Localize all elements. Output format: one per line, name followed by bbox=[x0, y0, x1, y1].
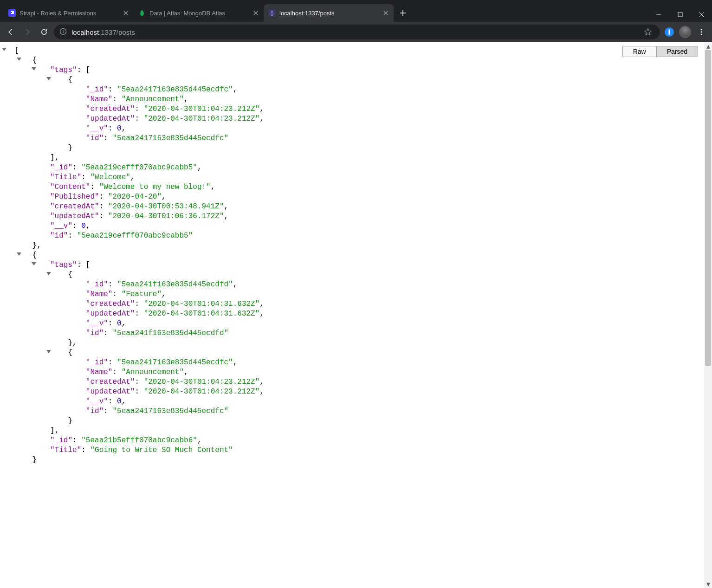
bookmark-star-icon[interactable] bbox=[641, 26, 654, 39]
address-bar[interactable]: localhost:1337/posts bbox=[54, 25, 660, 39]
tab-title: localhost:1337/posts bbox=[279, 10, 379, 17]
svg-point-7 bbox=[701, 29, 702, 31]
json-tree[interactable]: [ { "tags": [ { "_id": "5eaa2417163e835d… bbox=[0, 42, 712, 479]
svg-point-9 bbox=[701, 34, 702, 35]
mongo-icon bbox=[138, 9, 146, 17]
tab-localhost-posts[interactable]: {} localhost:1337/posts bbox=[264, 4, 394, 22]
extension-1password-icon[interactable] bbox=[663, 26, 676, 39]
tab-strip: Strapi - Roles & Permissions Data | Atla… bbox=[0, 4, 412, 22]
url-text: localhost:1337/posts bbox=[71, 28, 637, 36]
tab-mongo-atlas[interactable]: Data | Atlas: MongoDB Atlas bbox=[134, 4, 264, 22]
maximize-button[interactable] bbox=[669, 7, 691, 22]
tab-title: Strapi - Roles & Permissions bbox=[19, 10, 119, 17]
close-icon[interactable] bbox=[382, 10, 389, 16]
vertical-scrollbar[interactable]: ▴ ▾ bbox=[704, 42, 712, 588]
forward-button[interactable] bbox=[20, 25, 34, 39]
page-viewport: Raw Parsed [ { "tags": [ { "_id": "5eaa2… bbox=[0, 42, 712, 588]
scroll-down-button[interactable]: ▾ bbox=[704, 580, 712, 588]
json-icon: {} bbox=[268, 9, 276, 17]
back-button[interactable] bbox=[4, 25, 18, 39]
browser-menu-button[interactable] bbox=[694, 25, 708, 39]
strapi-icon bbox=[8, 9, 16, 17]
reload-button[interactable] bbox=[37, 25, 51, 39]
tab-title: Data | Atlas: MongoDB Atlas bbox=[149, 10, 249, 17]
window-controls bbox=[648, 7, 712, 22]
svg-rect-3 bbox=[678, 13, 682, 17]
browser-toolbar: localhost:1337/posts bbox=[0, 22, 712, 42]
new-tab-button[interactable] bbox=[396, 6, 409, 19]
scroll-thumb[interactable] bbox=[705, 50, 711, 366]
profile-avatar[interactable] bbox=[679, 26, 692, 39]
svg-point-8 bbox=[701, 32, 702, 33]
svg-text:{}: {} bbox=[271, 11, 274, 16]
tab-strapi-roles[interactable]: Strapi - Roles & Permissions bbox=[4, 4, 134, 22]
scroll-up-button[interactable]: ▴ bbox=[704, 42, 712, 50]
site-info-icon[interactable] bbox=[59, 28, 67, 37]
close-window-button[interactable] bbox=[691, 7, 712, 22]
browser-titlebar: Strapi - Roles & Permissions Data | Atla… bbox=[0, 0, 712, 22]
close-icon[interactable] bbox=[123, 10, 129, 16]
svg-rect-6 bbox=[669, 29, 670, 35]
close-icon[interactable] bbox=[252, 10, 259, 16]
minimize-button[interactable] bbox=[648, 7, 669, 22]
